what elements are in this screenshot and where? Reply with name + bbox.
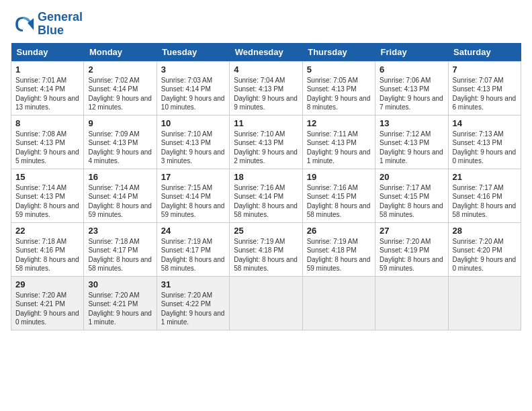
calendar-day-cell: 26 Sunrise: 7:19 AM Sunset: 4:18 PM Dayl…	[302, 222, 375, 276]
calendar-day-cell: 30 Sunrise: 7:20 AM Sunset: 4:21 PM Dayl…	[84, 276, 157, 330]
day-info: Sunrise: 7:19 AM Sunset: 4:18 PM Dayligh…	[234, 237, 298, 273]
calendar-header-row: SundayMondayTuesdayWednesdayThursdayFrid…	[11, 43, 521, 62]
calendar-day-cell: 10 Sunrise: 7:10 AM Sunset: 4:13 PM Dayl…	[157, 115, 229, 169]
calendar-day-cell: 24 Sunrise: 7:19 AM Sunset: 4:17 PM Dayl…	[157, 222, 229, 276]
calendar-day-cell	[230, 276, 302, 330]
day-info: Sunrise: 7:07 AM Sunset: 4:13 PM Dayligh…	[453, 76, 517, 112]
day-number: 7	[453, 64, 517, 75]
day-info: Sunrise: 7:02 AM Sunset: 4:14 PM Dayligh…	[88, 76, 152, 112]
day-info: Sunrise: 7:12 AM Sunset: 4:13 PM Dayligh…	[380, 130, 443, 166]
calendar-day-cell: 20 Sunrise: 7:17 AM Sunset: 4:15 PM Dayl…	[375, 169, 448, 222]
day-number: 12	[307, 118, 371, 128]
day-of-week-header: Sunday	[11, 43, 84, 62]
calendar-day-cell: 22 Sunrise: 7:18 AM Sunset: 4:16 PM Dayl…	[11, 222, 84, 276]
calendar-day-cell: 2 Sunrise: 7:02 AM Sunset: 4:14 PM Dayli…	[84, 61, 157, 115]
calendar-day-cell: 25 Sunrise: 7:19 AM Sunset: 4:18 PM Dayl…	[230, 222, 302, 276]
day-info: Sunrise: 7:11 AM Sunset: 4:13 PM Dayligh…	[307, 130, 371, 166]
day-info: Sunrise: 7:14 AM Sunset: 4:14 PM Dayligh…	[88, 183, 152, 220]
day-number: 4	[234, 64, 298, 75]
day-number: 2	[88, 64, 152, 75]
calendar-day-cell: 12 Sunrise: 7:11 AM Sunset: 4:13 PM Dayl…	[302, 115, 375, 169]
calendar-week-row: 1 Sunrise: 7:01 AM Sunset: 4:14 PM Dayli…	[11, 61, 521, 115]
calendar-day-cell: 16 Sunrise: 7:14 AM Sunset: 4:14 PM Dayl…	[84, 169, 157, 222]
day-number: 27	[380, 226, 443, 236]
calendar-day-cell	[302, 276, 375, 330]
calendar-table: SundayMondayTuesdayWednesdayThursdayFrid…	[11, 43, 521, 330]
day-number: 17	[161, 172, 225, 182]
day-number: 13	[380, 118, 443, 128]
day-number: 15	[15, 172, 79, 182]
calendar-week-row: 29 Sunrise: 7:20 AM Sunset: 4:21 PM Dayl…	[11, 276, 521, 330]
day-info: Sunrise: 7:03 AM Sunset: 4:14 PM Dayligh…	[161, 76, 225, 112]
calendar-day-cell: 3 Sunrise: 7:03 AM Sunset: 4:14 PM Dayli…	[157, 61, 229, 115]
day-info: Sunrise: 7:16 AM Sunset: 4:15 PM Dayligh…	[307, 183, 371, 220]
day-info: Sunrise: 7:14 AM Sunset: 4:13 PM Dayligh…	[15, 183, 79, 220]
calendar-day-cell: 13 Sunrise: 7:12 AM Sunset: 4:13 PM Dayl…	[375, 115, 448, 169]
day-info: Sunrise: 7:18 AM Sunset: 4:16 PM Dayligh…	[15, 237, 79, 273]
logo-text: General Blue	[38, 11, 83, 38]
calendar-day-cell: 11 Sunrise: 7:10 AM Sunset: 4:13 PM Dayl…	[230, 115, 302, 169]
day-info: Sunrise: 7:18 AM Sunset: 4:17 PM Dayligh…	[88, 237, 152, 273]
day-number: 14	[453, 118, 517, 128]
day-info: Sunrise: 7:19 AM Sunset: 4:18 PM Dayligh…	[307, 237, 371, 273]
logo: General Blue	[11, 11, 83, 38]
day-number: 1	[15, 64, 79, 75]
day-number: 29	[15, 279, 79, 289]
day-of-week-header: Monday	[84, 43, 157, 62]
day-of-week-header: Tuesday	[157, 43, 229, 62]
day-info: Sunrise: 7:10 AM Sunset: 4:13 PM Dayligh…	[161, 130, 225, 166]
calendar-week-row: 22 Sunrise: 7:18 AM Sunset: 4:16 PM Dayl…	[11, 222, 521, 276]
calendar-day-cell: 4 Sunrise: 7:04 AM Sunset: 4:13 PM Dayli…	[230, 61, 302, 115]
day-number: 20	[380, 172, 443, 182]
day-info: Sunrise: 7:13 AM Sunset: 4:13 PM Dayligh…	[453, 130, 517, 166]
calendar-day-cell: 15 Sunrise: 7:14 AM Sunset: 4:13 PM Dayl…	[11, 169, 84, 222]
calendar-day-cell	[375, 276, 448, 330]
calendar-day-cell: 9 Sunrise: 7:09 AM Sunset: 4:13 PM Dayli…	[84, 115, 157, 169]
day-number: 28	[453, 226, 517, 236]
day-of-week-header: Saturday	[448, 43, 521, 62]
calendar-day-cell: 7 Sunrise: 7:07 AM Sunset: 4:13 PM Dayli…	[448, 61, 521, 115]
day-info: Sunrise: 7:20 AM Sunset: 4:19 PM Dayligh…	[380, 237, 443, 273]
day-number: 19	[307, 172, 371, 182]
day-info: Sunrise: 7:08 AM Sunset: 4:13 PM Dayligh…	[15, 130, 79, 166]
calendar-day-cell: 17 Sunrise: 7:15 AM Sunset: 4:14 PM Dayl…	[157, 169, 229, 222]
logo-icon	[11, 12, 35, 36]
page-header: General Blue	[11, 11, 521, 38]
day-info: Sunrise: 7:16 AM Sunset: 4:14 PM Dayligh…	[234, 183, 298, 220]
day-info: Sunrise: 7:17 AM Sunset: 4:15 PM Dayligh…	[380, 183, 443, 220]
day-number: 16	[88, 172, 152, 182]
day-number: 21	[453, 172, 517, 182]
day-number: 30	[88, 279, 152, 289]
calendar-day-cell	[448, 276, 521, 330]
day-info: Sunrise: 7:09 AM Sunset: 4:13 PM Dayligh…	[88, 130, 152, 166]
day-number: 24	[161, 226, 225, 236]
day-number: 31	[161, 279, 225, 289]
calendar-day-cell: 6 Sunrise: 7:06 AM Sunset: 4:13 PM Dayli…	[375, 61, 448, 115]
calendar-day-cell: 19 Sunrise: 7:16 AM Sunset: 4:15 PM Dayl…	[302, 169, 375, 222]
day-number: 10	[161, 118, 225, 128]
day-info: Sunrise: 7:05 AM Sunset: 4:13 PM Dayligh…	[307, 76, 371, 112]
day-number: 25	[234, 226, 298, 236]
day-number: 11	[234, 118, 298, 128]
day-info: Sunrise: 7:10 AM Sunset: 4:13 PM Dayligh…	[234, 130, 298, 166]
calendar-day-cell: 28 Sunrise: 7:20 AM Sunset: 4:20 PM Dayl…	[448, 222, 521, 276]
day-number: 9	[88, 118, 152, 128]
day-info: Sunrise: 7:20 AM Sunset: 4:21 PM Dayligh…	[88, 291, 152, 327]
day-number: 18	[234, 172, 298, 182]
day-of-week-header: Friday	[375, 43, 448, 62]
day-number: 6	[380, 64, 443, 75]
day-info: Sunrise: 7:20 AM Sunset: 4:22 PM Dayligh…	[161, 291, 225, 327]
calendar-week-row: 15 Sunrise: 7:14 AM Sunset: 4:13 PM Dayl…	[11, 169, 521, 222]
day-info: Sunrise: 7:20 AM Sunset: 4:20 PM Dayligh…	[453, 237, 517, 273]
day-info: Sunrise: 7:04 AM Sunset: 4:13 PM Dayligh…	[234, 76, 298, 112]
calendar-day-cell: 27 Sunrise: 7:20 AM Sunset: 4:19 PM Dayl…	[375, 222, 448, 276]
calendar-day-cell: 1 Sunrise: 7:01 AM Sunset: 4:14 PM Dayli…	[11, 61, 84, 115]
day-info: Sunrise: 7:17 AM Sunset: 4:16 PM Dayligh…	[453, 183, 517, 220]
calendar-day-cell: 31 Sunrise: 7:20 AM Sunset: 4:22 PM Dayl…	[157, 276, 229, 330]
day-info: Sunrise: 7:06 AM Sunset: 4:13 PM Dayligh…	[380, 76, 443, 112]
calendar-day-cell: 29 Sunrise: 7:20 AM Sunset: 4:21 PM Dayl…	[11, 276, 84, 330]
calendar-day-cell: 5 Sunrise: 7:05 AM Sunset: 4:13 PM Dayli…	[302, 61, 375, 115]
day-of-week-header: Thursday	[302, 43, 375, 62]
day-number: 5	[307, 64, 371, 75]
day-of-week-header: Wednesday	[230, 43, 302, 62]
